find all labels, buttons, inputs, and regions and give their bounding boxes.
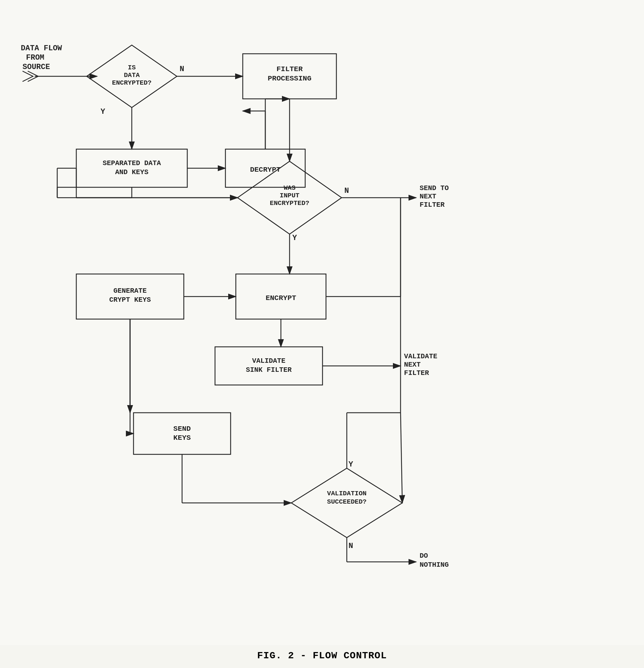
svg-text:VALIDATE: VALIDATE [252,357,285,365]
svg-text:CRYPT KEYS: CRYPT KEYS [109,296,151,304]
svg-text:WAS: WAS [284,184,295,192]
svg-text:FILTER: FILTER [404,369,429,377]
svg-text:SINK FILTER: SINK FILTER [246,366,292,374]
send-to-next-filter-label: SEND TO [420,184,449,192]
svg-rect-2 [0,0,644,645]
svg-text:NEXT: NEXT [404,361,421,369]
svg-text:Y: Y [292,234,297,242]
svg-text:NOTHING: NOTHING [420,561,449,569]
svg-text:N: N [349,542,353,550]
validate-next-filter-label: VALIDATE [404,352,437,360]
svg-text:GENERATE: GENERATE [113,287,147,295]
svg-text:ENCRYPTED?: ENCRYPTED? [112,79,152,87]
figure-caption: FIG. 2 - FLOW CONTROL [257,650,387,661]
svg-text:FILTER: FILTER [420,201,445,209]
svg-text:FILTER: FILTER [276,65,303,73]
svg-text:Y: Y [101,108,105,116]
svg-text:N: N [344,187,349,195]
svg-text:NEXT: NEXT [420,192,436,200]
svg-text:KEYS: KEYS [173,434,191,442]
svg-text:INPUT: INPUT [280,192,299,199]
svg-text:AND KEYS: AND KEYS [115,168,148,176]
data-flow-label: DATA FLOW [21,44,62,53]
svg-text:FROM: FROM [26,53,44,62]
svg-text:ENCRYPT: ENCRYPT [266,294,296,302]
svg-text:IS: IS [128,64,136,71]
svg-text:SEND: SEND [173,425,191,433]
svg-text:N: N [180,65,184,74]
svg-text:DATA: DATA [124,71,140,79]
flowchart-diagram: DATA FLOW FROM SOURCE IS DATA ENCRYPTED?… [0,0,644,645]
svg-text:SEPARATED DATA: SEPARATED DATA [103,159,161,167]
svg-text:Y: Y [349,460,353,469]
svg-text:SUCCEEDED?: SUCCEEDED? [327,498,367,506]
svg-text:DECRYPT: DECRYPT [250,166,281,174]
do-nothing-label: DO [420,552,428,560]
svg-text:ENCRYPTED?: ENCRYPTED? [270,199,309,207]
svg-text:VALIDATION: VALIDATION [327,490,367,497]
svg-text:PROCESSING: PROCESSING [268,75,311,83]
svg-text:SOURCE: SOURCE [23,63,50,71]
